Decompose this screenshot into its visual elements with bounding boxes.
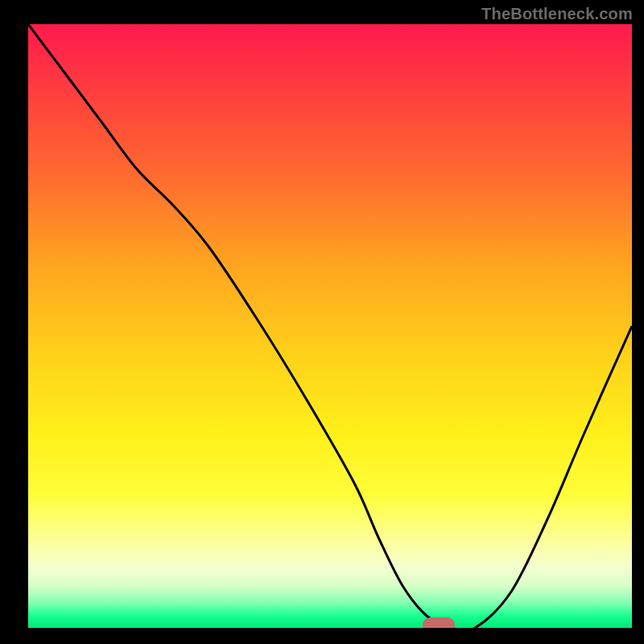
attribution-label: TheBottleneck.com <box>481 5 633 23</box>
curve-path <box>28 24 632 628</box>
optimum-marker <box>423 617 455 628</box>
plot-area <box>28 24 632 628</box>
chart-frame: TheBottleneck.com <box>0 0 644 644</box>
bottleneck-curve <box>28 24 632 628</box>
